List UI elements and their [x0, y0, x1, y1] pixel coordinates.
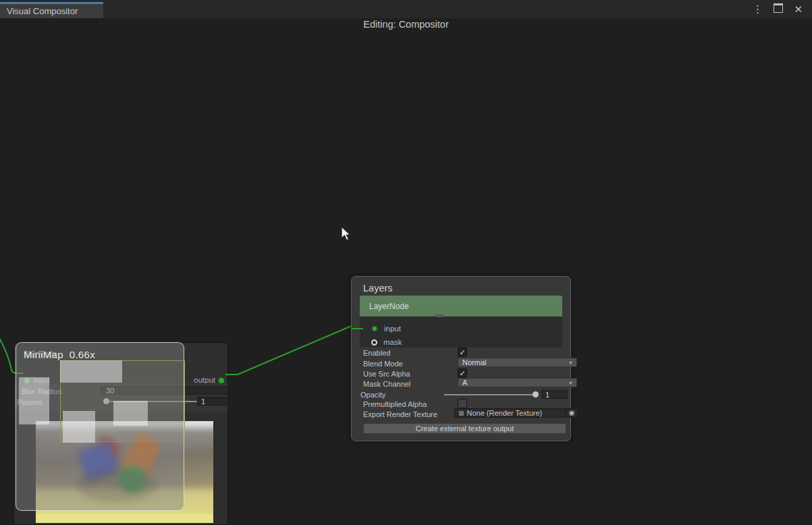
blend-mode-value: Normal	[462, 358, 486, 366]
minimap[interactable]: MiniMap 0.66x	[16, 342, 184, 511]
minimap-zoom-level: 0.66x	[70, 349, 95, 360]
export-render-texture-label: Export Render Texture	[363, 410, 437, 418]
blend-mode-dropdown[interactable]: Normal ▼	[458, 358, 577, 367]
minimap-title: MiniMap 0.66x	[24, 349, 95, 360]
editing-status-label: Editing: Compositor	[0, 19, 812, 30]
chevron-down-icon: ▼	[568, 381, 573, 385]
minimap-title-text: MiniMap	[24, 349, 63, 360]
mouse-cursor	[340, 226, 352, 242]
minimap-node-rect	[113, 401, 148, 426]
layer-node-ports: input mask	[360, 316, 562, 348]
port-row-mask: mask	[360, 335, 562, 349]
row-export-render-texture: Export Render Texture ▦ None (Render Tex…	[363, 410, 437, 419]
layers-panel[interactable]: Layers LayerNode input mask Enabled ✓ Bl…	[351, 276, 571, 441]
window-title-bar: Visual Compositor ⋮ ✕	[0, 0, 812, 18]
layer-node-title: LayerNode	[369, 302, 409, 311]
opacity-slider-track[interactable]	[444, 394, 537, 395]
opacity-value: 1	[545, 391, 549, 399]
wire-stub	[352, 328, 363, 329]
enabled-checkbox[interactable]: ✓	[458, 348, 467, 357]
layers-panel-title: Layers	[363, 283, 393, 294]
maximize-icon[interactable]	[774, 3, 783, 16]
row-opacity: Opacity 1	[360, 390, 385, 399]
premultiplied-alpha-label: Premultiplied Alpha	[363, 400, 427, 408]
tab-title: Visual Compositor	[7, 6, 78, 16]
mask-channel-value: A	[462, 379, 467, 387]
port-row-input: input	[360, 322, 562, 335]
mask-port-icon[interactable]	[371, 339, 377, 346]
opacity-field[interactable]: 1	[541, 390, 568, 399]
export-render-texture-field[interactable]: ▦ None (Render Texture) ◉	[454, 408, 578, 418]
row-premultiplied-alpha: Premultiplied Alpha	[363, 399, 427, 409]
passes-field[interactable]: 1	[197, 397, 228, 406]
enabled-label: Enabled	[363, 349, 390, 357]
tab-visual-compositor[interactable]: Visual Compositor	[0, 2, 103, 18]
use-src-alpha-label: Use Src Alpha	[363, 370, 410, 378]
passes-value: 1	[201, 397, 205, 406]
blend-mode-label: Blend Mode	[363, 360, 403, 368]
minimap-node-rect	[60, 360, 122, 383]
mask-channel-dropdown[interactable]: A ▼	[458, 378, 577, 387]
port-label: mask	[383, 338, 402, 346]
object-picker-icon[interactable]: ◉	[566, 409, 577, 417]
mask-channel-label: Mask Channel	[363, 380, 410, 388]
texture-thumb-icon: ▦	[455, 410, 467, 416]
row-blend-mode: Blend Mode Normal ▼	[363, 359, 403, 368]
premultiplied-alpha-checkbox[interactable]	[458, 399, 467, 408]
wire-blur-output-to-layer-input[interactable]	[225, 325, 365, 375]
minimap-node-rect	[19, 377, 49, 424]
input-port-icon[interactable]	[371, 325, 378, 332]
opacity-slider-knob[interactable]	[533, 391, 539, 397]
window-controls: ⋮ ✕	[752, 3, 803, 16]
row-mask-channel: Mask Channel A ▼	[363, 379, 410, 389]
menu-icon[interactable]: ⋮	[752, 3, 763, 16]
close-icon[interactable]: ✕	[794, 3, 803, 16]
create-external-texture-output-button[interactable]: Create external texture output	[363, 423, 566, 434]
node-collapse-notch[interactable]	[435, 314, 444, 317]
port-label: input	[384, 325, 401, 333]
layer-node-header[interactable]: LayerNode	[360, 296, 562, 316]
minimap-node-rect	[63, 411, 95, 443]
use-src-alpha-checkbox[interactable]: ✓	[458, 368, 467, 378]
row-enabled: Enabled ✓	[363, 348, 390, 358]
chevron-down-icon: ▼	[568, 360, 573, 365]
opacity-label: Opacity	[360, 391, 385, 399]
row-use-src-alpha: Use Src Alpha ✓	[363, 369, 410, 379]
export-render-texture-value: None (Render Texture)	[467, 409, 543, 417]
